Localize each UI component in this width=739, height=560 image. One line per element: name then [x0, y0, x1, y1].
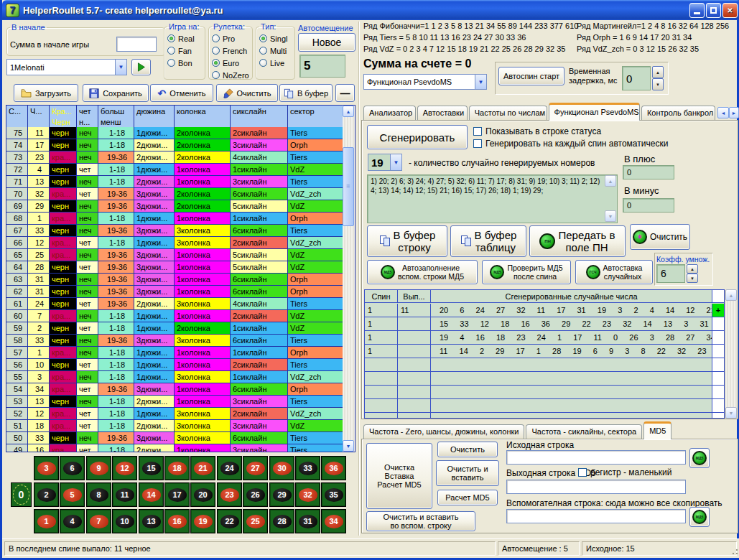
radio-icon[interactable]	[259, 59, 267, 67]
column-header[interactable]: С...	[6, 106, 28, 116]
toolbar-button-2[interactable]: Сохранить	[83, 84, 149, 102]
md5-run-source-button[interactable]: МД5	[689, 448, 710, 468]
board-cell-1[interactable]: 1	[34, 509, 59, 533]
step-down-icon[interactable]: ▼	[652, 78, 664, 90]
chevron-down-icon[interactable]: ▼	[390, 154, 401, 170]
md5-stack-button[interactable]: Очистка Вставка Расчет MD5	[366, 443, 432, 509]
md5-aux-input[interactable]	[506, 509, 686, 523]
board-cell-27[interactable]: 27	[243, 456, 268, 480]
column-header[interactable]	[231, 116, 288, 127]
column-header[interactable]: дюжина	[134, 106, 175, 116]
md5-output-input[interactable]	[506, 480, 686, 494]
board-cell-28[interactable]: 28	[269, 509, 294, 533]
board-cell-26[interactable]: 26	[243, 482, 268, 507]
board-cell-30[interactable]: 30	[269, 456, 294, 480]
table-row[interactable]: 607кра...неч1-181дюжи...1колонка2сиклайн…	[6, 310, 343, 322]
column-header[interactable]: колонка	[175, 106, 231, 116]
board-cell-4[interactable]: 4	[60, 509, 85, 533]
table-row[interactable]: 681кра...неч1-181дюжи...1колонка1сиклайн…	[6, 213, 343, 225]
column-header[interactable]: Ч...	[28, 106, 50, 116]
tab-scroll-right-icon[interactable]: ►	[729, 107, 739, 118]
table-row[interactable]: 6612кра...чет1-181дюжи...3колонка2сиклай…	[6, 237, 343, 249]
radio-icon[interactable]	[212, 71, 220, 79]
board-cell-36[interactable]: 36	[321, 456, 346, 480]
radio-pro[interactable]: Pro	[212, 32, 249, 45]
board-cell-12[interactable]: 12	[112, 456, 137, 480]
md5-run-aux-button[interactable]: МД5	[689, 507, 710, 527]
chevron-down-icon[interactable]: ▼	[475, 75, 486, 89]
scroll-up-icon[interactable]: ▲	[605, 175, 616, 187]
column-header[interactable]: Черн	[50, 116, 77, 127]
tab-5[interactable]: Контроль банкрол	[641, 106, 715, 121]
table-row[interactable]: 6929черннеч19-363дюжи...2колонка5сиклайн…	[6, 200, 343, 213]
toolbar-button-3[interactable]: ↶Отменить	[150, 84, 213, 102]
generated-numbers-textarea[interactable]: 1) 20; 2) 6; 3) 24; 4) 27; 5) 32; 6) 11;…	[367, 174, 618, 223]
minus-value[interactable]: 0	[623, 198, 674, 213]
board-cell-13[interactable]: 13	[139, 509, 164, 533]
radio-icon[interactable]	[259, 47, 267, 55]
step-down-icon[interactable]: ▼	[687, 274, 698, 283]
table-row[interactable]: 5118кра...чет1-182дюжи...3колонка3сиклай…	[6, 420, 343, 432]
radio-icon[interactable]	[212, 34, 220, 42]
table-row[interactable]: 5833черннеч19-363дюжи...3колонка6сиклайн…	[6, 335, 343, 347]
checkbox-icon[interactable]	[473, 127, 482, 136]
column-header[interactable]	[134, 116, 175, 127]
board-cell-6[interactable]: 6	[60, 456, 85, 480]
board-cell-16[interactable]: 16	[164, 509, 190, 533]
board-cell-21[interactable]: 21	[190, 456, 215, 480]
table-row[interactable]: 7323кра...неч19-362дюжи...2колонка4сикла…	[6, 151, 343, 164]
board-cell-8[interactable]: 8	[86, 482, 111, 507]
md5-source-input[interactable]	[506, 450, 686, 465]
tab-1[interactable]: Анализатор	[363, 106, 416, 121]
radio-icon[interactable]	[212, 59, 220, 67]
board-cell-35[interactable]: 35	[321, 482, 346, 507]
table-row[interactable]: 724чернчет1-181дюжи...1колонка1сиклайнVd…	[6, 164, 343, 176]
autoshift-new-button[interactable]: Новое	[298, 33, 355, 52]
scroll-up-icon[interactable]: ▲	[343, 106, 354, 117]
step-up-icon[interactable]: ▲	[652, 66, 664, 78]
board-cell-17[interactable]: 17	[164, 482, 190, 507]
spin-table-row[interactable]: 115 33 12 18 16 36 29 22 23 32 14 13 3 3…	[365, 317, 724, 331]
radio-icon[interactable]	[167, 34, 175, 42]
column-header[interactable]: н...	[77, 116, 98, 127]
mode-combo[interactable]: Функционал PsevdoMS ▼	[363, 74, 487, 90]
radio-fan[interactable]: Fan	[167, 45, 202, 57]
column-header[interactable]: чет	[77, 106, 98, 116]
table-row[interactable]: 7113черннеч1-182дюжи...1колонка3сиклайнT…	[6, 176, 343, 188]
column-header[interactable]	[6, 116, 28, 127]
history-scrollbar[interactable]: ▲ ▼	[343, 106, 355, 452]
clear-generated-button[interactable]: ✶ Очистить	[630, 224, 690, 250]
toolbar-button-4[interactable]: Очистить	[216, 84, 278, 102]
table-row[interactable]: 5033черннеч19-363дюжи...3колонка6сиклайн…	[6, 432, 343, 444]
table-row[interactable]: 7417черннеч1-182дюжи...2колонка3сиклайнO…	[6, 139, 343, 151]
board-cell-24[interactable]: 24	[217, 456, 242, 480]
table-row[interactable]: 4916кра...чет1-182дюжи...1колонка3сиклай…	[6, 444, 343, 452]
board-cell-18[interactable]: 18	[164, 456, 190, 480]
radio-euro[interactable]: Euro	[212, 57, 249, 69]
radio-live[interactable]: Live	[259, 57, 292, 69]
board-cell-32[interactable]: 32	[295, 482, 320, 507]
checkbox-auto-generate[interactable]: Генерировать на каждый спин автоматическ…	[473, 139, 668, 149]
koef-value[interactable]: 6	[656, 264, 685, 283]
table-row[interactable]: 6428чернчет19-363дюжи...1колонка5сиклайн…	[6, 261, 343, 274]
table-row[interactable]: 5610чернчет1-181дюжи...1колонка2сиклайнT…	[6, 359, 343, 371]
collapse-button[interactable]: —	[335, 84, 355, 102]
radio-bon[interactable]: Bon	[167, 57, 202, 69]
table-row[interactable]: 6124чернчет19-362дюжи...3колонка4сиклайн…	[6, 298, 343, 310]
radio-icon[interactable]	[167, 47, 175, 55]
play-button[interactable]	[131, 59, 151, 75]
table-row[interactable]: 6733черннеч19-363дюжи...3колонка6сиклайн…	[6, 225, 343, 237]
maximize-button[interactable]	[706, 3, 721, 18]
md5-clear-paste-aux-button[interactable]: Очистить и вставить во вспом. строку	[366, 511, 475, 531]
profile-combo[interactable]: 1Melonati ▼	[6, 59, 127, 75]
radio-icon[interactable]	[212, 47, 220, 55]
table-row[interactable]: 5212кра...чет1-181дюжи...3колонка2сиклай…	[6, 408, 343, 420]
md5-calc-button[interactable]: Расчет MD5	[437, 490, 498, 505]
board-cell-34[interactable]: 34	[321, 509, 346, 533]
buffer-line-button[interactable]: В буферстроку	[367, 225, 447, 257]
radio-icon[interactable]	[167, 59, 175, 67]
step-up-icon[interactable]: ▲	[687, 264, 698, 274]
board-cell-33[interactable]: 33	[295, 456, 320, 480]
table-row[interactable]: 5434кра...чет19-363дюжи...1колонка6сикла…	[6, 383, 343, 396]
bottom-tab-1[interactable]: Частота - Zero, шансы, дюжины, колонки	[363, 424, 524, 439]
